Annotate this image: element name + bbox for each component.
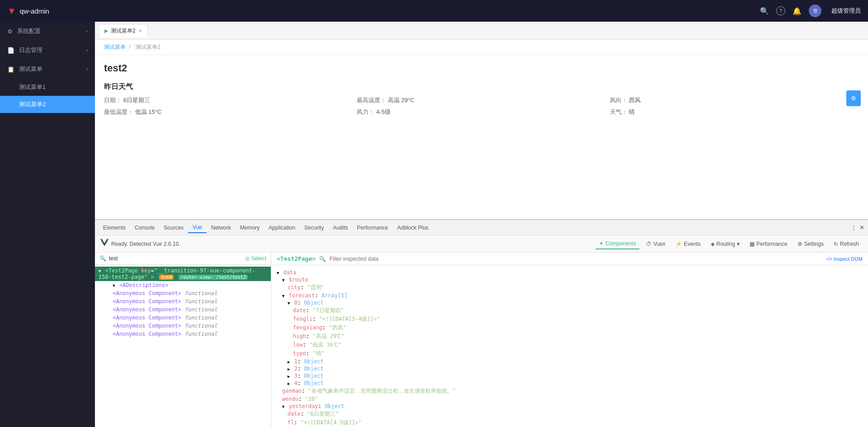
f1-expand-icon: ▶ (288, 360, 290, 364)
sidebar-item-log-mgmt[interactable]: 📄 日志管理 › (0, 41, 95, 60)
forecast-2-row[interactable]: ▶ 2: Object (288, 365, 863, 372)
devtools-tab-application[interactable]: Application (264, 223, 300, 233)
sidebar-item-test-menu[interactable]: 📋 测试菜单 › (0, 60, 95, 79)
devtools-tab-security[interactable]: Security (300, 223, 328, 233)
app-title: qw-admin (20, 7, 49, 15)
devtools-more-icon[interactable]: ⋮ (851, 224, 857, 231)
devtools-tab-elements[interactable]: Elements (99, 223, 130, 233)
forecast-expand-icon: ▼ (282, 294, 284, 298)
search-bar: 🔍 ◎ Select (95, 253, 271, 265)
breadcrumb-separator: / (129, 44, 132, 50)
avatar[interactable]: 管 (809, 5, 821, 17)
search-icon[interactable]: 🔍 (760, 7, 769, 15)
bell-icon[interactable]: 🔔 (793, 7, 802, 15)
sidebar: ⚙ 系统配置 › 📄 日志管理 › 📋 测试菜单 › 测试菜单1 测试菜单2 (0, 22, 95, 427)
forecast-0-row[interactable]: ▼ 0: Object (288, 299, 863, 306)
field-wind-dir: 风向： 西风 (610, 96, 859, 104)
tree-row-test2page[interactable]: ▼ <Test2Page key="__transition-97-vue-co… (95, 267, 271, 281)
tree-row-adescriptions[interactable]: ▼ <ADescriptions> (95, 281, 271, 289)
tree-row-anon-5[interactable]: <Anonymous Component> functional (95, 322, 271, 330)
vuex-icon: ⏱ (646, 241, 651, 247)
devtools-tab-console[interactable]: Console (130, 223, 159, 233)
devtools-tab-sources[interactable]: Sources (159, 223, 188, 233)
yesterday-row[interactable]: ▼ yesterday: Object (282, 403, 863, 410)
performance-btn[interactable]: ▦ Performance (746, 239, 791, 249)
component-tree-panel: 🔍 ◎ Select ▼ <Test2Page key=" (95, 253, 271, 427)
select-button[interactable]: ◎ Select (245, 255, 266, 262)
inspected-component-name: <Test2Page> (277, 255, 316, 262)
search-icon-tree: 🔍 (99, 255, 106, 262)
tab-close-button[interactable]: ✕ (138, 28, 142, 33)
sidebar-item-test-menu-2[interactable]: 测试菜单2 (0, 96, 95, 113)
breadcrumb-link-1[interactable]: 测试菜单 (104, 44, 126, 50)
field-weather-label: 天气： (610, 108, 627, 115)
field-date-label: 日期： (104, 97, 122, 103)
f0-fengxiang-row: fengxiang: "西风" (293, 324, 863, 332)
devtools-tab-audits[interactable]: Audits (328, 223, 352, 233)
help-icon[interactable]: ? (776, 6, 785, 15)
events-icon: ⚡ (675, 241, 682, 247)
route-row[interactable]: ▼ $route (282, 276, 863, 283)
field-wind-force-value: 4-5级 (376, 108, 391, 115)
field-high-temp: 最高温度： 高温 29°C (357, 96, 606, 104)
devtools-tab-memory[interactable]: Memory (236, 223, 264, 233)
routing-btn[interactable]: ◈ Routing ▾ (707, 239, 743, 249)
refresh-btn[interactable]: ↻ Refresh (830, 239, 863, 249)
performance-icon: ▦ (750, 241, 755, 247)
devtools-tab-bar: Elements Console Sources Vue Network Mem… (95, 220, 868, 235)
floating-settings-button[interactable]: ⚙ (846, 90, 861, 106)
inspector-header: <Test2Page> 🔍 <> Inspect DOM (271, 253, 868, 265)
field-high-temp-value: 高温 29°C (388, 97, 415, 103)
f4-expand-icon: ▶ (288, 381, 290, 386)
chevron-system-config: › (86, 29, 88, 34)
data-root[interactable]: ▼ data (277, 269, 863, 276)
settings-btn-toolbar[interactable]: ⚙ Settings (794, 239, 827, 249)
tab-test2[interactable]: ▶ 测试菜单2 ✕ (99, 24, 148, 38)
tree-row-anon-2[interactable]: <Anonymous Component> functional (95, 297, 271, 305)
devtools-tab-network[interactable]: Network (207, 223, 236, 233)
tab-icon: ▶ (104, 28, 108, 34)
page-content: 测试菜单 / 测试菜单2 test2 昨日天气 日期： 6日星期三 最高温度： … (95, 40, 868, 219)
devtools-close-icon[interactable]: ✕ (859, 224, 864, 231)
field-low-temp-value: 低温 15°C (135, 108, 162, 115)
app-bar-icons: 🔍 ? 🔔 管 超级管理员 (760, 5, 861, 17)
f2-expand-icon: ▶ (288, 367, 290, 371)
vuex-btn[interactable]: ⏱ Vuex (642, 239, 669, 249)
devtools-tab-performance[interactable]: Performance (353, 223, 393, 233)
sidebar-item-system-config[interactable]: ⚙ 系统配置 › (0, 22, 95, 41)
vue-logo-icon (100, 239, 108, 249)
forecast-row[interactable]: ▼ forecast: Array[5] (282, 292, 863, 299)
data-inspector-panel: <Test2Page> 🔍 <> Inspect DOM ▼ data (271, 253, 868, 427)
tree-row-anon-4[interactable]: <Anonymous Component> functional (95, 314, 271, 322)
tab-bar: ▶ 测试菜单2 ✕ (95, 22, 868, 40)
tree-row-anon-3[interactable]: <Anonymous Component> functional (95, 305, 271, 314)
tree-row-anon-1[interactable]: <Anonymous Component> functional (95, 289, 271, 297)
tree-row-anon-6[interactable]: <Anonymous Component> functional (95, 330, 271, 338)
weather-title: 昨日天气 (104, 82, 859, 92)
f0-low-row: low: "低温 16℃" (293, 341, 863, 349)
devtools-panel: Elements Console Sources Vue Network Mem… (95, 219, 868, 427)
routing-chevron-icon: ▾ (737, 241, 740, 247)
content-area: ▶ 测试菜单2 ✕ 测试菜单 / 测试菜单2 test2 昨日天气 日期： 6日… (95, 22, 868, 427)
field-wind-dir-label: 风向： (610, 97, 627, 103)
forecast-4-row[interactable]: ▶ 4: Object (288, 380, 863, 387)
inspect-dom-button[interactable]: <> Inspect DOM (826, 256, 863, 262)
devtools-tab-vue[interactable]: Vue (188, 222, 207, 233)
forecast-1-row[interactable]: ▶ 1: Object (288, 358, 863, 365)
field-weather-value: 晴 (629, 108, 635, 115)
app-logo: ▼ (7, 6, 16, 16)
field-high-temp-label: 最高温度： (357, 97, 386, 103)
search-input[interactable] (109, 255, 242, 262)
f0-date-row: date: "7日星期四" (293, 306, 863, 315)
events-btn[interactable]: ⚡ Events (672, 239, 704, 249)
filter-input[interactable] (330, 256, 823, 262)
yesterday-expand-icon: ▼ (282, 404, 284, 409)
forecast-3-row[interactable]: ▶ 3: Object (288, 372, 863, 380)
devtools-tab-adblock[interactable]: Adblock Plus (393, 223, 433, 233)
doc-icon: 📄 (7, 47, 14, 54)
sidebar-item-test-menu-1[interactable]: 测试菜单1 (0, 79, 95, 96)
components-btn[interactable]: ✦ Components (595, 239, 640, 249)
y-fl-row: fl: "<![CDATA[4-5级]]>" (288, 418, 863, 427)
expand-icon: ▼ (277, 271, 279, 275)
routing-icon: ◈ (711, 241, 715, 247)
